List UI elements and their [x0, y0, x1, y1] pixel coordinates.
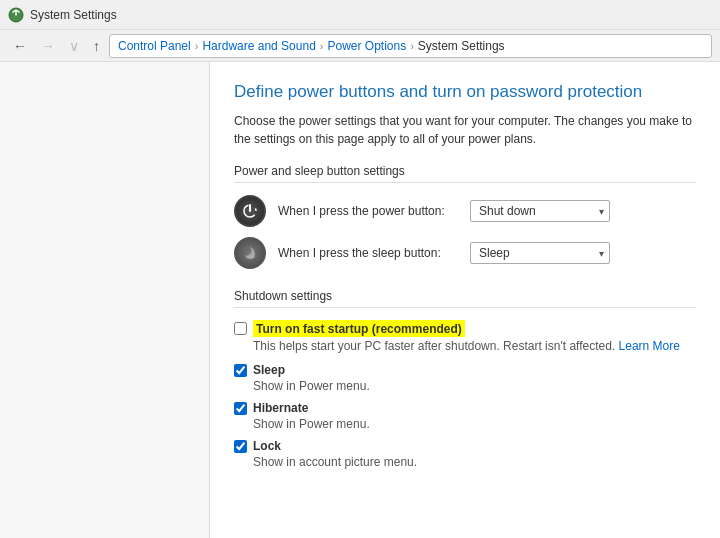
back-button[interactable]: ← [8, 36, 32, 56]
lock-item: Lock Show in account picture menu. [234, 439, 696, 469]
power-button-label: When I press the power button: [278, 204, 458, 218]
title-bar-text: System Settings [30, 8, 117, 22]
breadcrumb: Control Panel › Hardware and Sound › Pow… [109, 34, 712, 58]
power-section-title: Power and sleep button settings [234, 164, 696, 183]
fast-startup-desc: This helps start your PC faster after sh… [253, 339, 696, 353]
power-button-dropdown[interactable]: Shut down Sleep Hibernate Turn off the d… [470, 200, 610, 222]
sleep-item: Sleep Show in Power menu. [234, 363, 696, 393]
page-title: Define power buttons and turn on passwor… [234, 82, 696, 102]
content-area: Define power buttons and turn on passwor… [0, 62, 720, 538]
hibernate-item: Hibernate Show in Power menu. [234, 401, 696, 431]
title-bar: System Settings [0, 0, 720, 30]
power-button-settings: Power and sleep button settings When I p… [234, 164, 696, 269]
sleep-button-row: When I press the sleep button: Sleep Hib… [234, 237, 696, 269]
sleep-button-icon [234, 237, 266, 269]
lock-checkbox-row: Lock [234, 439, 696, 453]
power-button-row: When I press the power button: Shut down… [234, 195, 696, 227]
shutdown-section-title: Shutdown settings [234, 289, 696, 308]
breadcrumb-hardware-sound[interactable]: Hardware and Sound [202, 39, 315, 53]
sleep-button-label: When I press the sleep button: [278, 246, 458, 260]
forward-button[interactable]: → [36, 36, 60, 56]
sleep-button-dropdown[interactable]: Sleep Hibernate Shut down Turn off the d… [470, 242, 610, 264]
power-button-dropdown-wrapper: Shut down Sleep Hibernate Turn off the d… [470, 200, 610, 222]
hibernate-desc: Show in Power menu. [253, 417, 696, 431]
lock-label: Lock [253, 439, 281, 453]
sleep-desc: Show in Power menu. [253, 379, 696, 393]
main-panel: Define power buttons and turn on passwor… [210, 62, 720, 538]
sleep-button-dropdown-wrapper: Sleep Hibernate Shut down Turn off the d… [470, 242, 610, 264]
left-panel [0, 62, 210, 538]
hibernate-checkbox-row: Hibernate [234, 401, 696, 415]
breadcrumb-system-settings: System Settings [418, 39, 505, 53]
learn-more-link[interactable]: Learn More [619, 339, 680, 353]
breadcrumb-power-options[interactable]: Power Options [327, 39, 406, 53]
sleep-label: Sleep [253, 363, 285, 377]
page-description: Choose the power settings that you want … [234, 112, 696, 148]
power-button-icon [234, 195, 266, 227]
lock-desc: Show in account picture menu. [253, 455, 696, 469]
up-button[interactable]: ↑ [88, 36, 105, 56]
sleep-checkbox-row: Sleep [234, 363, 696, 377]
fast-startup-item: Turn on fast startup (recommended) This … [234, 320, 696, 353]
hibernate-checkbox[interactable] [234, 402, 247, 415]
sleep-checkbox[interactable] [234, 364, 247, 377]
lock-checkbox[interactable] [234, 440, 247, 453]
breadcrumb-control-panel[interactable]: Control Panel [118, 39, 191, 53]
fast-startup-checkbox[interactable] [234, 322, 247, 335]
app-icon [8, 7, 24, 23]
dropdown-button[interactable]: ∨ [64, 36, 84, 56]
hibernate-label: Hibernate [253, 401, 308, 415]
shutdown-section: Shutdown settings Turn on fast startup (… [234, 289, 696, 469]
fast-startup-label: Turn on fast startup (recommended) [256, 322, 462, 336]
nav-bar: ← → ∨ ↑ Control Panel › Hardware and Sou… [0, 30, 720, 62]
